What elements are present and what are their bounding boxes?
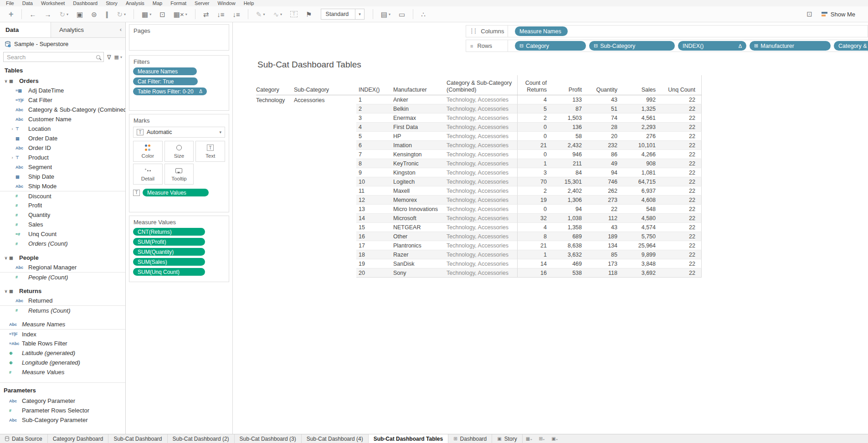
search-input[interactable] [7,54,96,61]
field-index[interactable]: =T|F Index [0,329,125,339]
run-updates-button[interactable]: ↻▾ [117,11,126,18]
field-category-sub-category-combined[interactable]: Abc Category & Sub-Category (Combined) [0,105,125,114]
mark-type-select[interactable]: T Automatic ▾ [133,127,225,138]
save-button[interactable]: ▣ [77,11,83,18]
table-row[interactable]: 9 Kingston Technology, Accessories 3 84 … [356,168,702,177]
table-row[interactable]: 6 Imation Technology, Accessories 21 2,4… [356,141,702,150]
show-labels-button[interactable]: T [290,11,298,17]
field-measure-names[interactable]: Abc Measure Names [0,319,125,329]
swap-axes-button[interactable]: ⇄ [203,11,209,18]
pill-cnt-returns[interactable]: CNT(Returns) [133,228,205,236]
table-row[interactable]: 1 Anker Technology, Accessories 4 133 43… [356,95,702,104]
table-row[interactable]: 20 Sony Technology, Accessories 16 538 1… [356,268,702,278]
pill-cat-filter[interactable]: Cat Filter: True [133,77,198,85]
collapse-pane-icon[interactable]: ‹ [120,26,122,33]
new-worksheet-button[interactable]: ▦▾ [142,11,151,18]
field-order-date[interactable]: ▤ Order Date [0,134,125,143]
menu-item[interactable]: Story [102,0,122,6]
duplicate-sheet-button[interactable]: ⊡ [159,11,165,18]
new-worksheet-button[interactable]: ▦₊ [523,434,536,443]
view-options-button[interactable]: ▦ ▾ [114,54,122,60]
pill-sum-quantity[interactable]: SUM(Quantity) [133,248,205,256]
redo-button[interactable]: → [45,11,51,18]
field-sales[interactable]: # Sales [0,220,125,229]
pill-sum-sales[interactable]: SUM(Sales) [133,258,205,266]
menu-item[interactable]: Analysis [122,0,149,6]
table-row[interactable]: 17 Plantronics Technology, Accessories 2… [356,241,702,250]
table-row[interactable]: 12 Memorex Technology, Accessories 19 1,… [356,196,702,205]
show-me-button[interactable]: Show Me [822,11,855,18]
show-cards-button[interactable]: ▤▾ [381,11,390,18]
field-longitude-generated[interactable]: ⊕ Longitude (generated) [0,358,125,367]
field-order-id[interactable]: Abc Order ID [0,143,125,153]
field-table-rows-filter[interactable]: =Abc Table Rows Filter [0,339,125,348]
new-datasource-button[interactable]: ⊜ [91,11,97,18]
pill-sub-category[interactable]: ⊟Sub-Category [589,41,675,51]
tab-sub-cat-dashboard-tables[interactable]: Sub-Cat Dashboard Tables [369,434,448,443]
pill-category-sub-category-combined[interactable]: Category & Sub-Cate.. [834,41,868,51]
tab-analytics[interactable]: Analytics [51,22,125,37]
field-latitude-generated[interactable]: ⊕ Latitude (generated) [0,348,125,358]
pill-index[interactable]: INDEX()Δ [678,41,746,51]
table-row[interactable]: 10 Logitech Technology, Accessories 70 1… [356,177,702,186]
columns-shelf[interactable]: ┆┆ Columns Measure Names [466,25,868,37]
table-returns[interactable]: ∨ ▦ Returns [0,286,125,296]
sort-ascending-button[interactable]: ↓≡ [217,11,224,18]
table-row[interactable]: 15 NETGEAR Technology, Accessories 4 1,3… [356,223,702,232]
table-row[interactable]: 7 Kensington Technology, Accessories 0 9… [356,150,702,159]
menu-item[interactable]: File [2,0,18,6]
param-category-parameter[interactable]: Abc Category Parameter [0,396,125,406]
tooltip-button[interactable]: Tooltip [164,164,194,185]
menu-item[interactable]: Worksheet [37,0,69,6]
replay-button[interactable]: ↻▾ [60,11,69,18]
table-row[interactable]: 14 Microsoft Technology, Accessories 32 … [356,214,702,223]
pill-table-rows-filter[interactable]: Table Rows Filter: 0-20Δ [133,88,207,95]
field-returns-count[interactable]: # Returns (Count) [0,305,125,315]
table-row[interactable]: 2 Belkin Technology, Accessories 5 87 51… [356,104,702,113]
pill-measure-names-filter[interactable]: Measure Names [133,67,197,75]
menu-item[interactable]: Help [240,0,258,6]
tab-story[interactable]: ▣ Story [492,434,522,443]
field-location[interactable]: › ⊤ Location [0,124,125,134]
tab-category-dashboard[interactable]: Category Dashboard [48,434,109,443]
fix-axes-button[interactable]: ⚑ [306,11,312,18]
pill-sum-profit[interactable]: SUM(Profit) [133,238,205,246]
undo-button[interactable]: ← [30,11,36,18]
tab-sub-cat-dashboard-3[interactable]: Sub-Cat Dashboard (3) [235,434,302,443]
pause-updates-button[interactable]: ∥ [105,11,109,18]
presentation-mode-button[interactable]: ▭ [399,11,405,18]
size-button[interactable]: Size [164,141,194,162]
share-button[interactable]: ∴ [421,11,426,18]
field-segment[interactable]: Abc Segment [0,162,125,172]
table-people[interactable]: ∨ ▦ People [0,253,125,263]
field-returned[interactable]: Abc Returned [0,296,125,305]
new-story-button[interactable]: ▣₊ [548,434,561,443]
clear-sheet-button[interactable]: ▦×▾ [174,11,187,18]
table-row[interactable]: 13 Micro Innovations Technology, Accesso… [356,205,702,214]
field-profit[interactable]: # Profit [0,201,125,210]
field-quantity[interactable]: # Quantity [0,210,125,220]
pill-category[interactable]: ⊟Category [515,41,586,51]
tab-dashboard[interactable]: ⊞ Dashboard [448,434,492,443]
field-discount[interactable]: # Discount [0,191,125,201]
detail-button[interactable]: Detail [133,164,163,185]
table-row[interactable]: 4 First Data Technology, Accessories 0 1… [356,123,702,132]
highlight-button[interactable]: ✎▾ [256,11,265,18]
table-row[interactable]: 5 HP Technology, Accessories 0 58 20 276… [356,132,702,141]
table-row[interactable]: 3 Enermax Technology, Accessories 2 1,50… [356,113,702,123]
tab-data[interactable]: Data [0,22,51,37]
menu-item[interactable]: Dashboard [69,0,102,6]
category-value[interactable]: Technology [256,95,294,103]
menu-item[interactable]: Window [214,0,240,6]
table-row[interactable]: 18 Razer Technology, Accessories 1 3,632… [356,250,702,259]
field-adj-datetime[interactable]: =▤ Adj DateTime [0,86,125,95]
tab-sub-cat-dashboard-2[interactable]: Sub-Cat Dashboard (2) [168,434,235,443]
field-product[interactable]: › ⊤ Product [0,153,125,162]
menu-item[interactable]: Data [18,0,37,6]
menu-item[interactable]: Format [166,0,190,6]
text-button[interactable]: T Text [195,141,225,162]
field-orders-count[interactable]: # Orders (Count) [0,239,125,248]
pill-sum-unq-count[interactable]: SUM(Unq Count) [133,268,205,276]
field-measure-values[interactable]: # Measure Values [0,367,125,377]
pill-measure-names[interactable]: Measure Names [515,26,568,36]
